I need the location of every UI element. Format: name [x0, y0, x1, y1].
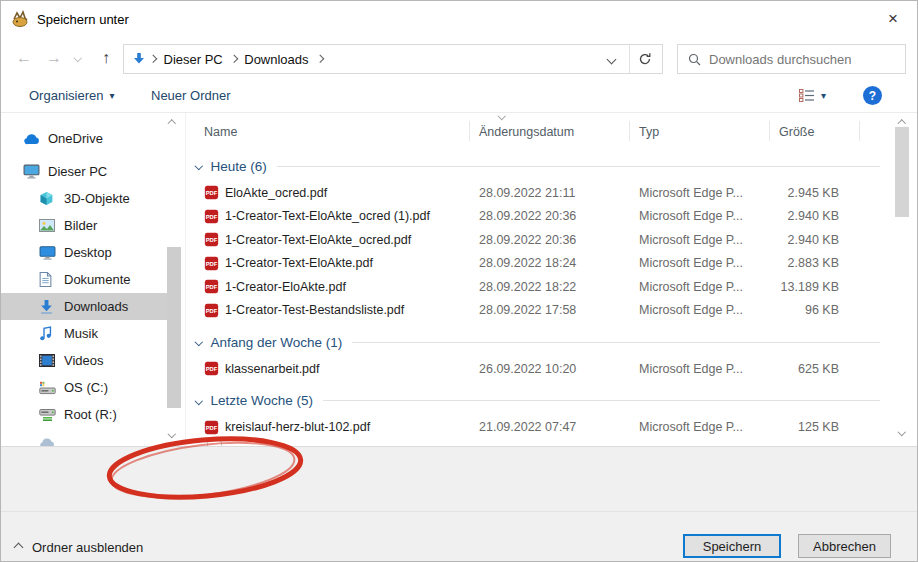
file-date: 28.09.2022 18:24: [479, 256, 639, 270]
file-row[interactable]: PDF1-Creator-Text-EloAkte_ocred.pdf28.09…: [186, 228, 894, 252]
music-icon: [39, 326, 56, 342]
scroll-up-icon[interactable]: [168, 120, 176, 128]
sidebar-item-root-r[interactable]: Root (R:): [1, 401, 167, 428]
help-button[interactable]: ?: [863, 86, 882, 105]
sidebar-item-label: Bilder: [64, 218, 97, 233]
organize-button[interactable]: Organisieren ▾: [29, 79, 114, 112]
search-box[interactable]: Downloads durchsuchen: [677, 44, 906, 74]
column-header-size[interactable]: Größe: [779, 125, 839, 139]
group-label: Anfang der Woche (1): [211, 335, 343, 350]
column-divider[interactable]: [629, 121, 630, 141]
column-divider[interactable]: [469, 121, 470, 141]
back-icon: ←: [16, 49, 32, 67]
file-row[interactable]: PDFklassenarbeit.pdf26.09.2022 10:20Micr…: [186, 357, 894, 381]
command-bar: Organisieren ▾ Neuer Ordner ▾ ?: [1, 79, 917, 113]
column-divider[interactable]: [859, 121, 860, 141]
sidebar-item-dieser-pc[interactable]: Dieser PC: [1, 158, 167, 185]
file-row[interactable]: PDF1-Creator-EloAkte.pdf28.09.2022 18:22…: [186, 275, 894, 299]
hide-folders-label: Ordner ausblenden: [32, 540, 143, 555]
help-icon: ?: [869, 89, 876, 103]
hide-folders-button[interactable]: Ordner ausblenden: [15, 540, 143, 555]
group-collapse-icon[interactable]: [195, 338, 203, 346]
new-folder-button[interactable]: Neuer Ordner: [151, 79, 230, 112]
sidebar-item-downloads[interactable]: Downloads: [1, 293, 167, 320]
group-label: Heute (6): [211, 159, 267, 174]
new-folder-label: Neuer Ordner: [151, 88, 230, 103]
group-header[interactable]: Letzte Woche (5): [186, 386, 894, 416]
column-divider[interactable]: [769, 121, 770, 141]
scroll-down-icon[interactable]: [898, 428, 906, 436]
chevron-right-icon: [315, 55, 323, 63]
file-type: Microsoft Edge P...: [639, 303, 779, 317]
sidebar-scrollbar-thumb[interactable]: [167, 247, 181, 408]
sidebar-item-label: Dieser PC: [48, 164, 107, 179]
group-divider: [323, 400, 880, 401]
sidebar-item-desktop[interactable]: Desktop: [1, 239, 167, 266]
breadcrumb-downloads[interactable]: Downloads: [244, 52, 308, 67]
group-label: Letzte Woche (5): [211, 393, 314, 408]
scroll-down-icon[interactable]: [168, 430, 176, 438]
file-row[interactable]: PDF1-Creator-Test-Bestandsliste.pdf28.09…: [186, 299, 894, 323]
sidebar-item-3d-objekte[interactable]: 3D-Objekte: [1, 185, 167, 212]
close-button[interactable]: ×: [877, 7, 909, 31]
recent-locations-button[interactable]: [69, 37, 87, 79]
group-divider: [352, 342, 880, 343]
file-type: Microsoft Edge P...: [639, 420, 779, 434]
file-date: 26.09.2022 10:20: [479, 362, 639, 376]
up-icon: ↑: [102, 49, 110, 67]
refresh-icon[interactable]: [638, 52, 652, 66]
sidebar-item-musik[interactable]: Musik: [1, 320, 167, 347]
onedrive-cloud-icon: [23, 131, 40, 147]
sidebar-item-bilder[interactable]: Bilder: [1, 212, 167, 239]
forward-icon: →: [46, 49, 62, 67]
details-view-icon: [799, 89, 815, 102]
save-as-dialog: Speichern unter × ← → ↑ Dieser PC Downlo…: [0, 0, 918, 562]
file-type: Microsoft Edge P...: [639, 209, 779, 223]
change-view-button[interactable]: ▾: [799, 79, 826, 112]
pdf-icon: PDF: [204, 256, 219, 271]
desktop-icon: [39, 245, 56, 261]
cancel-button[interactable]: Abbrechen: [798, 534, 891, 558]
group-header[interactable]: Heute (6): [186, 151, 894, 181]
file-list-body: Heute (6)PDFEloAkte_ocred.pdf28.09.2022 …: [186, 151, 894, 446]
pdf-icon: PDF: [204, 209, 219, 224]
column-header-name[interactable]: Name: [204, 125, 479, 139]
group-header[interactable]: Anfang der Woche (1): [186, 327, 894, 357]
sidebar-item-dokumente[interactable]: Dokumente: [1, 266, 167, 293]
file-name: 1-Creator-Text-EloAkte_ocred.pdf: [225, 233, 479, 247]
sidebar-item-partial: [39, 435, 55, 446]
address-dropdown-icon[interactable]: [607, 54, 617, 64]
network-drive-icon: [39, 407, 56, 423]
back-button[interactable]: ←: [11, 37, 37, 79]
dialog-footer: Ordner ausblenden Speichern Abbrechen: [1, 511, 917, 561]
pdf-icon: PDF: [204, 279, 219, 294]
file-row[interactable]: PDFkreislauf-herz-blut-102.pdf21.09.2022…: [186, 416, 894, 440]
column-header-date[interactable]: Änderungsdatum: [479, 125, 639, 139]
file-date: 28.09.2022 18:22: [479, 280, 639, 294]
breadcrumb-dieser-pc[interactable]: Dieser PC: [164, 52, 223, 67]
filelist-scrollbar-thumb[interactable]: [895, 127, 909, 217]
save-button[interactable]: Speichern: [683, 534, 781, 558]
sidebar-item-videos[interactable]: Videos: [1, 347, 167, 374]
file-date: 21.09.2022 07:47: [479, 420, 639, 434]
group-collapse-icon[interactable]: [195, 162, 203, 170]
file-type: Microsoft Edge P...: [639, 256, 779, 270]
file-row[interactable]: PDF1-Creator-Text-EloAkte.pdf28.09.2022 …: [186, 252, 894, 276]
file-row[interactable]: PDF1-Creator-Text-EloAkte_ocred (1).pdf2…: [186, 205, 894, 229]
file-row[interactable]: PDFEloAkte_ocred.pdf28.09.2022 21:11Micr…: [186, 181, 894, 205]
forward-button[interactable]: →: [41, 37, 67, 79]
videos-icon: [39, 353, 56, 369]
svg-text:PDF: PDF: [206, 238, 218, 244]
sidebar-item-onedrive[interactable]: OneDrive: [1, 125, 167, 152]
up-button[interactable]: ↑: [93, 37, 119, 79]
sidebar-item-os-c[interactable]: OS (C:): [1, 374, 167, 401]
pdf-icon: PDF: [204, 232, 219, 247]
column-header-type[interactable]: Typ: [639, 125, 779, 139]
svg-text:PDF: PDF: [206, 191, 218, 197]
chevron-right-icon: [230, 55, 238, 63]
navigation-bar: ← → ↑ Dieser PC Downloads: [1, 37, 917, 79]
file-name: EloAkte_ocred.pdf: [225, 186, 479, 200]
group-collapse-icon[interactable]: [195, 397, 203, 405]
address-bar[interactable]: Dieser PC Downloads: [123, 44, 663, 74]
downloads-icon: [39, 299, 56, 315]
